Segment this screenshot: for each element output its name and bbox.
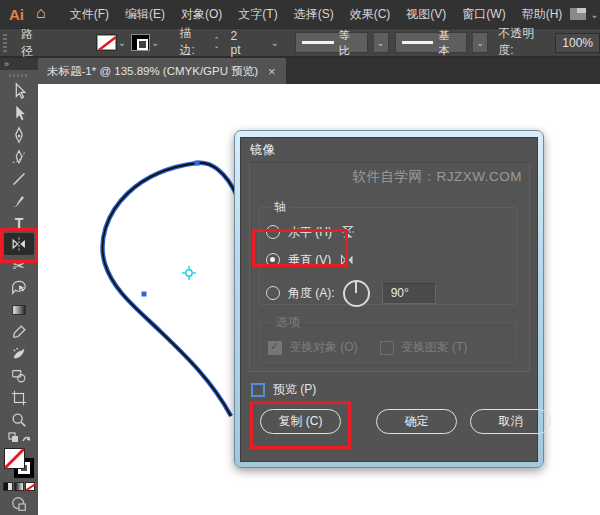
radio-vertical-row[interactable]: 垂直 (V) bbox=[266, 246, 510, 274]
checkbox-unchecked-disabled bbox=[380, 341, 394, 355]
transform-objects-label: 变换对象 (O) bbox=[289, 339, 358, 356]
menu-edit[interactable]: 编辑(E) bbox=[117, 0, 173, 28]
brush-definition-dropdown[interactable]: 基本 bbox=[395, 32, 468, 53]
dialog-content-panel: 软件自学网：RJZXW.COM 轴 水平 (H) 垂 bbox=[249, 162, 530, 372]
dialog-title: 镜像 bbox=[250, 142, 275, 159]
curvature-tool[interactable] bbox=[4, 146, 34, 168]
reflect-tool[interactable] bbox=[4, 233, 34, 255]
scissors-tool[interactable]: ✂ bbox=[4, 255, 34, 277]
stroke-weight-stepper[interactable]: ⌃⌄ bbox=[213, 37, 221, 49]
draw-mode-button[interactable] bbox=[4, 493, 34, 515]
reflect-dialog: 镜像 软件自学网：RJZXW.COM 轴 水平 (H) bbox=[234, 130, 544, 468]
width-profile-dropdown[interactable]: 等比 bbox=[295, 32, 368, 53]
menu-select[interactable]: 选择(S) bbox=[286, 0, 342, 28]
stroke-weight-label[interactable]: 描边: bbox=[179, 25, 206, 61]
chevron-down-icon[interactable]: ⌄ bbox=[118, 37, 126, 48]
radio-button[interactable] bbox=[266, 225, 280, 239]
illustrator-window: Ai ⌂ 文件(F) 编辑(E) 对象(O) 文字(T) 选择(S) 效果(C)… bbox=[0, 0, 600, 515]
shape-builder-tool[interactable] bbox=[4, 365, 34, 387]
stroke-black-swatch[interactable] bbox=[132, 35, 149, 50]
color-button[interactable] bbox=[3, 482, 13, 491]
pen-tool[interactable] bbox=[4, 124, 34, 146]
tools-panel: » T bbox=[0, 58, 38, 515]
opacity-value-field[interactable]: 100% bbox=[555, 33, 600, 53]
options-group: 选项 变换对象 (O) 变换图案 (T) bbox=[259, 314, 517, 363]
axis-group-label: 轴 bbox=[270, 199, 290, 216]
radio-angle-label: 角度 (A): bbox=[288, 285, 335, 302]
angle-dial[interactable] bbox=[343, 280, 370, 307]
home-icon[interactable]: ⌂ bbox=[34, 4, 56, 24]
panel-collapse-button[interactable]: » bbox=[0, 58, 38, 70]
document-tab[interactable]: 未标题-1* @ 135.89% (CMYK/GPU 预览) × bbox=[38, 58, 286, 84]
brush-preview bbox=[402, 41, 434, 44]
document-tab-bar: 未标题-1* @ 135.89% (CMYK/GPU 预览) × bbox=[38, 58, 600, 84]
gradient-tool[interactable] bbox=[4, 299, 34, 321]
panel-drag-grip[interactable] bbox=[9, 74, 29, 77]
angle-input[interactable]: 90° bbox=[382, 283, 436, 304]
watermark-text: 软件自学网：RJZXW.COM bbox=[353, 168, 523, 186]
flip-vertical-icon bbox=[340, 224, 356, 240]
cancel-button[interactable]: 取消 bbox=[470, 409, 551, 434]
menu-file[interactable]: 文件(F) bbox=[62, 0, 117, 28]
workspace-switcher[interactable]: ⌄ bbox=[570, 8, 600, 20]
close-icon[interactable]: × bbox=[268, 64, 276, 79]
radio-horizontal-label: 水平 (H) bbox=[288, 224, 332, 241]
radio-button-selected[interactable] bbox=[266, 253, 280, 267]
dialog-buttons: 复制 (C) 确定 取消 bbox=[260, 409, 551, 434]
chevron-down-icon[interactable]: ⌄ bbox=[151, 37, 159, 48]
symbol-sprayer-tool[interactable] bbox=[4, 343, 34, 365]
rotate-view-tool[interactable] bbox=[4, 277, 34, 299]
flip-horizontal-icon bbox=[339, 252, 355, 268]
fill-stroke-indicator[interactable] bbox=[2, 448, 36, 478]
radio-vertical-label: 垂直 (V) bbox=[288, 252, 331, 269]
stroke-weight-value[interactable]: 2 pt bbox=[227, 29, 255, 57]
brush-definition-value: 基本 bbox=[438, 28, 460, 58]
radio-angle-row[interactable]: 角度 (A): 90° bbox=[266, 274, 510, 312]
menu-view[interactable]: 视图(V) bbox=[398, 0, 454, 28]
chevron-down-icon[interactable]: ⌄ bbox=[270, 37, 278, 48]
axis-group: 轴 水平 (H) 垂直 (V) bbox=[259, 199, 517, 305]
copy-button[interactable]: 复制 (C) bbox=[260, 409, 341, 434]
menu-effect[interactable]: 效果(C) bbox=[342, 0, 399, 28]
width-profile-value: 等比 bbox=[339, 28, 361, 58]
ok-button[interactable]: 确定 bbox=[376, 409, 457, 434]
panel-grip[interactable] bbox=[3, 34, 7, 52]
zoom-tool[interactable] bbox=[4, 409, 34, 431]
line-segment-tool[interactable] bbox=[4, 168, 34, 190]
control-bar: 路径 ⌄ ⌄ 描边: ⌃⌄ 2 pt ⌄ 等比 ⌄ 基本 ⌄ 不透明度: 100… bbox=[0, 28, 600, 58]
opacity-value: 100% bbox=[562, 36, 593, 50]
document-title: 未标题-1* @ 135.89% (CMYK/GPU 预览) bbox=[47, 64, 258, 79]
swap-fill-stroke-icon[interactable] bbox=[4, 430, 34, 445]
stroke-profile-preview bbox=[302, 41, 334, 44]
fill-none-swatch[interactable] bbox=[97, 35, 116, 50]
opacity-label[interactable]: 不透明度: bbox=[498, 25, 549, 61]
chevron-down-icon[interactable]: ⌄ bbox=[374, 32, 389, 53]
stroke-color-control[interactable]: ⌄ bbox=[132, 35, 159, 50]
options-row: 变换对象 (O) 变换图案 (T) bbox=[268, 339, 508, 356]
angle-value: 90° bbox=[391, 286, 409, 300]
eyedropper-tool[interactable] bbox=[4, 321, 34, 343]
checkbox-checked-disabled bbox=[268, 341, 282, 355]
preview-checkbox[interactable] bbox=[251, 383, 265, 397]
type-tool-glyph: T bbox=[15, 215, 24, 231]
radio-button[interactable] bbox=[266, 286, 280, 300]
direct-selection-tool[interactable] bbox=[4, 102, 34, 124]
options-group-label: 选项 bbox=[272, 314, 304, 331]
fill-color-control[interactable]: ⌄ bbox=[97, 35, 126, 50]
chevron-down-icon[interactable]: ⌄ bbox=[473, 32, 488, 53]
selection-tool[interactable] bbox=[4, 80, 34, 102]
artboard-tool[interactable] bbox=[4, 387, 34, 409]
none-button[interactable] bbox=[25, 482, 35, 491]
selection-type-label: 路径 bbox=[17, 26, 49, 60]
type-tool[interactable]: T bbox=[4, 212, 34, 234]
fill-none-indicator[interactable] bbox=[4, 448, 25, 469]
workspace-icon bbox=[570, 8, 586, 20]
gradient-button[interactable] bbox=[14, 482, 24, 491]
preview-checkbox-row[interactable]: 预览 (P) bbox=[251, 381, 316, 398]
paintbrush-tool[interactable] bbox=[4, 190, 34, 212]
app-logo: Ai bbox=[0, 6, 34, 23]
menu-type[interactable]: 文字(T) bbox=[230, 0, 285, 28]
radio-horizontal-row[interactable]: 水平 (H) bbox=[266, 218, 510, 246]
color-mode-buttons bbox=[3, 482, 35, 491]
preview-label: 预览 (P) bbox=[273, 381, 316, 398]
